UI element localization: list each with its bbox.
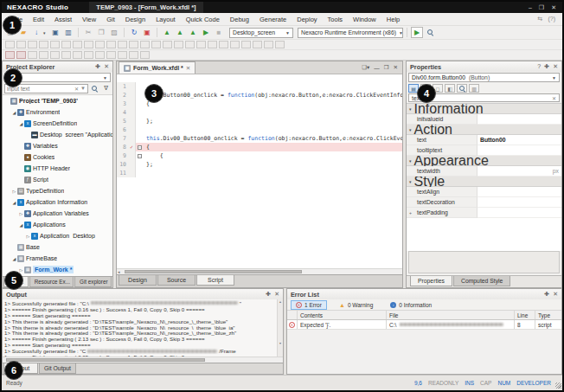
code-line-5[interactable]: 5};	[117, 117, 402, 125]
output-horizontal-scrollbar[interactable]	[3, 357, 283, 363]
menu-item-design[interactable]: Design	[120, 16, 151, 23]
debug-run-icon[interactable]: ▶	[200, 27, 212, 38]
tree-item-script[interactable]: ƒScript	[3, 174, 112, 185]
property-row-textpadding[interactable]: +textPadding	[407, 208, 561, 218]
editor-tab-script[interactable]: Script	[196, 275, 234, 286]
quick-view-icon[interactable]: ▶	[411, 27, 423, 38]
editor-horizontal-scrollbar[interactable]: ◂	[117, 268, 402, 274]
editor-tab-source[interactable]: Source	[157, 275, 195, 286]
code-line-11[interactable]: 11	[117, 169, 402, 177]
error-row-1[interactable]: ✕Expected '}'.C:\8script	[287, 320, 561, 330]
menu-item-debug[interactable]: Debug	[225, 16, 254, 23]
filter-0-information[interactable]: i0 Information	[385, 300, 437, 310]
tree-item-cookies[interactable]: ●Cookies	[3, 151, 112, 163]
collapse-icon[interactable]: ◢	[11, 200, 17, 205]
property-group-information[interactable]: ▾Information	[407, 104, 561, 114]
filter-1-error[interactable]: ✕1 Error	[291, 300, 327, 310]
script-editor[interactable]: 12this.Button00_onclick = function(obj:n…	[117, 74, 402, 268]
property-value[interactable]	[477, 114, 561, 125]
collapse-icon[interactable]: ◢	[11, 256, 17, 261]
menu-item-generate[interactable]: Generate	[254, 16, 292, 23]
tree-item-environment[interactable]: ◢❖Environment	[3, 106, 112, 118]
paste-icon[interactable]: ▨	[108, 27, 120, 38]
fold-collapse-icon[interactable]: –	[138, 145, 142, 150]
tree-item-base[interactable]: ▦Base	[3, 241, 112, 253]
tree-item-application-desktop[interactable]: ▷xApplication_Desktop	[3, 230, 112, 241]
code-line-8[interactable]: 8✓–{	[117, 143, 402, 151]
property-search-icon[interactable]	[457, 84, 467, 93]
property-row-textalign[interactable]: textAlign	[407, 187, 561, 197]
menu-item-help[interactable]: Help	[381, 16, 405, 23]
code-line-10[interactable]: 10};	[117, 160, 402, 169]
property-row-textdecoration[interactable]: textDecoration	[407, 197, 561, 208]
resize-grip-icon[interactable]	[555, 382, 561, 389]
clear-icon[interactable]: ✕	[74, 86, 79, 92]
column-header-line[interactable]: Line	[515, 311, 535, 319]
filter-funnel-icon[interactable]: ∇	[101, 84, 111, 93]
properties-tab-computed-style[interactable]: Computed Style	[453, 276, 510, 286]
save-icon[interactable]: ▣	[49, 27, 61, 38]
menu-item-layout[interactable]: Layout	[151, 16, 181, 23]
menu-item-deploy[interactable]: Deploy	[292, 16, 322, 23]
error-check-icon[interactable]: ▣	[141, 27, 153, 38]
close-icon[interactable]: ✕	[104, 63, 109, 70]
property-target-combobox[interactable]: Div00.form.Button00 (Button) ▼	[408, 73, 560, 82]
property-value[interactable]	[477, 208, 561, 218]
output-vertical-scrollbar[interactable]: ▴▾	[277, 299, 283, 357]
filter-0-warning[interactable]: ▲0 Warning	[334, 300, 378, 310]
column-header-type[interactable]: Type	[535, 311, 561, 319]
save-all-icon[interactable]: ▥	[62, 27, 74, 38]
output-tab-git-output[interactable]: Git Output	[39, 363, 76, 374]
chevron-down-icon[interactable]: ▾	[43, 30, 48, 35]
tree-item-project-temp-0903[interactable]: ▦Project 'TEMP_0903'	[3, 95, 112, 106]
copy-icon[interactable]: ❐	[95, 27, 107, 38]
tree-item-application-information[interactable]: ◢xApplication Information	[3, 196, 112, 208]
maximize-icon[interactable]: ❐	[539, 4, 544, 11]
cut-icon[interactable]: ✂	[82, 27, 94, 38]
column-header-file[interactable]: File	[387, 311, 515, 319]
output-log[interactable]: 1> Successfully generated file : "C:\"1>…	[3, 299, 283, 357]
close-icon[interactable]: ✕	[553, 291, 558, 298]
close-icon[interactable]: ✕	[553, 63, 558, 70]
menu-item-assist[interactable]: Assist	[49, 16, 77, 23]
close-icon[interactable]: ✕	[551, 4, 556, 11]
tree-item-http-header[interactable]: ◉HTTP Header	[3, 163, 112, 174]
expand-icon[interactable]: ▷	[11, 189, 17, 194]
tree-item-applications[interactable]: ◢xApplications	[3, 219, 112, 230]
pin-icon[interactable]: ✚	[95, 63, 100, 70]
layout-switch-icon[interactable]: ⇆	[538, 16, 543, 22]
code-line-4[interactable]: 4	[117, 108, 402, 117]
menu-item-window[interactable]: Window	[348, 16, 381, 23]
tree-item-typedefinition[interactable]: ▷▤TypeDefinition	[3, 185, 112, 196]
generate-deploy-icon[interactable]: ▲	[174, 27, 186, 38]
expand-icon[interactable]: +	[409, 210, 412, 215]
property-group-action[interactable]: ▾Action	[407, 125, 561, 135]
restore-icon[interactable]: ❐	[384, 64, 389, 71]
pin-icon[interactable]: ✚	[266, 291, 271, 298]
refresh-icon[interactable]: ↻	[128, 27, 140, 38]
property-group-appearance[interactable]: ▾Appearance	[407, 156, 561, 166]
collapse-icon[interactable]: ◢	[11, 110, 17, 115]
menu-item-git[interactable]: Git	[101, 16, 120, 23]
chevron-down-icon[interactable]: ▼	[80, 86, 86, 92]
generate-all-icon[interactable]: ▲	[187, 27, 199, 38]
clear-icon[interactable]: ✕	[552, 95, 556, 101]
property-row-textwidth[interactable]: textwidthpx	[407, 166, 561, 177]
code-line-9[interactable]: 9– {	[117, 151, 402, 160]
property-value[interactable]	[477, 187, 561, 197]
pin-icon[interactable]: ✚	[544, 291, 549, 298]
tree-item-screendefinition[interactable]: ◢xScreenDefinition	[3, 118, 112, 129]
collapse-icon[interactable]: ◢	[18, 222, 24, 228]
fold-collapse-icon[interactable]: –	[138, 154, 142, 158]
screen-combobox[interactable]: Desktop_screen▼	[229, 28, 293, 38]
tree-item-framebase[interactable]: ◢▦FrameBase	[3, 253, 112, 264]
property-value[interactable]	[477, 145, 561, 156]
expand-icon[interactable]: ▷	[18, 267, 24, 273]
code-line-6[interactable]: 6	[117, 125, 402, 134]
close-icon[interactable]: ✕	[394, 64, 398, 71]
close-icon[interactable]: ✕	[186, 65, 190, 72]
help-icon[interactable]: ?	[537, 63, 541, 70]
find-icon[interactable]	[424, 27, 436, 38]
close-icon[interactable]: ✕	[274, 291, 279, 298]
editor-tab-design[interactable]: Design	[119, 275, 157, 286]
